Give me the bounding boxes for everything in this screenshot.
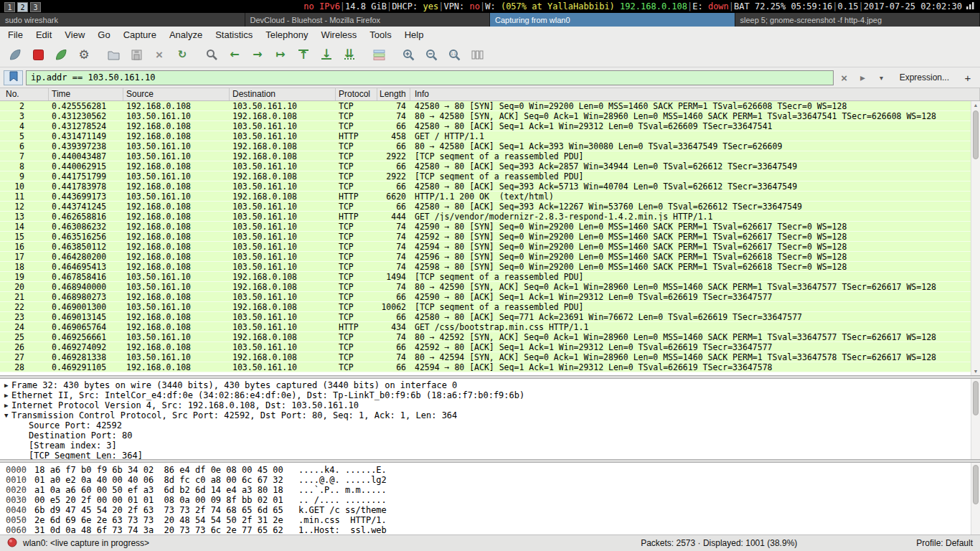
detail-line[interactable]: ▶Frame 32: 430 bytes on wire (3440 bits)…: [0, 380, 980, 390]
hex-row[interactable]: 00406b d9 47 45 54 20 2f 63 73 73 2f 74 …: [0, 505, 980, 515]
go-last-icon[interactable]: ↓: [315, 44, 338, 65]
column-header-info[interactable]: Info: [410, 88, 980, 100]
expert-info-icon[interactable]: [7, 537, 17, 550]
detail-line[interactable]: ▶Internet Protocol Version 4, Src: 192.1…: [0, 400, 980, 410]
menu-statistics[interactable]: Statistics: [209, 27, 259, 42]
hex-row[interactable]: 003000 e5 20 2f 00 00 01 01 08 0a 00 09 …: [0, 495, 980, 505]
column-header-destination[interactable]: Destination: [230, 88, 336, 100]
menu-go[interactable]: Go: [91, 27, 116, 42]
start-capture-icon[interactable]: [4, 44, 27, 65]
details-scrollbar[interactable]: [971, 379, 980, 459]
find-packet-icon[interactable]: [200, 44, 223, 65]
packet-row[interactable]: 80.440062915192.168.0.108103.50.161.10TC…: [0, 161, 980, 171]
taskbar-window-button[interactable]: Capturing from wlan0: [490, 13, 735, 27]
packet-row[interactable]: 30.431230562103.50.161.10192.168.0.108TC…: [0, 111, 980, 121]
packet-row[interactable]: 270.469281338103.50.161.10192.168.0.108T…: [0, 352, 980, 362]
scrollbar-thumb[interactable]: [973, 381, 979, 415]
column-header-protocol[interactable]: Protocol: [336, 88, 377, 100]
capture-options-icon[interactable]: ⚙: [72, 44, 95, 65]
apply-filter-button[interactable]: ▸: [855, 70, 871, 85]
expand-icon[interactable]: ▶: [0, 390, 11, 400]
workspace-button[interactable]: 1: [4, 2, 15, 12]
workspace-button[interactable]: 2: [17, 2, 28, 12]
workspace-button[interactable]: 3: [30, 2, 41, 12]
menu-wireless[interactable]: Wireless: [314, 27, 363, 42]
scroll-down-icon[interactable]: ▼: [971, 367, 980, 375]
auto-scroll-icon[interactable]: ⇊: [338, 44, 361, 65]
detail-line[interactable]: [Stream index: 3]: [0, 441, 980, 451]
zoom-100-icon[interactable]: 1:1: [443, 44, 466, 65]
stop-capture-icon[interactable]: [27, 44, 50, 65]
packet-row[interactable]: 40.431278524192.168.0.108103.50.161.10TC…: [0, 121, 980, 131]
packet-row[interactable]: 170.464280200192.168.0.108103.50.161.10T…: [0, 252, 980, 262]
expand-icon[interactable]: ▶: [0, 380, 11, 390]
resize-columns-icon[interactable]: [466, 44, 489, 65]
taskbar-window-button[interactable]: sudo wireshark: [0, 13, 245, 27]
save-file-icon[interactable]: [125, 44, 148, 65]
packet-row[interactable]: 200.468940000103.50.161.10192.168.0.108T…: [0, 282, 980, 292]
packet-row[interactable]: 260.469274092192.168.0.108103.50.161.10T…: [0, 342, 980, 352]
go-forward-icon[interactable]: →: [246, 44, 269, 65]
collapse-icon[interactable]: ▼: [0, 410, 11, 420]
detail-line[interactable]: Source Port: 42592: [0, 420, 980, 430]
menu-capture[interactable]: Capture: [117, 27, 163, 42]
expand-icon[interactable]: ▶: [0, 400, 11, 410]
column-header-time[interactable]: Time: [49, 88, 123, 100]
column-header-length[interactable]: Length: [377, 88, 410, 100]
go-to-packet-icon[interactable]: ↦: [269, 44, 292, 65]
packet-row[interactable]: 230.469013145192.168.0.108103.50.161.10T…: [0, 312, 980, 322]
restart-capture-icon[interactable]: [50, 44, 72, 65]
hex-row[interactable]: 000018 a6 f7 b0 f9 6b 34 02 86 e4 df 0e …: [0, 465, 980, 475]
packet-row[interactable]: 90.441751799103.50.161.10192.168.0.108TC…: [0, 171, 980, 182]
filter-history-dropdown-icon[interactable]: ▾: [874, 70, 890, 85]
hex-row[interactable]: 001001 a0 e2 0a 40 00 40 06 8d fc c0 a8 …: [0, 475, 980, 485]
hex-row[interactable]: 0020a1 0a a6 60 00 50 ef a3 6d b2 6d 14 …: [0, 485, 980, 495]
packet-row[interactable]: 100.441783978192.168.0.108103.50.161.10T…: [0, 182, 980, 192]
zoom-in-icon[interactable]: [397, 44, 420, 65]
close-file-icon[interactable]: ×: [148, 44, 171, 65]
packet-row[interactable]: 160.463850112192.168.0.108103.50.161.10T…: [0, 242, 980, 252]
menu-file[interactable]: File: [1, 27, 29, 42]
menu-help[interactable]: Help: [398, 27, 430, 42]
hex-row[interactable]: 006031 0d 0a 48 6f 73 74 3a 20 73 73 6c …: [0, 525, 980, 534]
packet-row[interactable]: 50.431471149192.168.0.108103.50.161.10HT…: [0, 131, 980, 141]
column-header-source[interactable]: Source: [123, 88, 230, 100]
column-header-no[interactable]: No.: [0, 88, 49, 100]
packet-row[interactable]: 180.464695413192.168.0.108103.50.161.10T…: [0, 262, 980, 272]
expression-button[interactable]: Expression...: [892, 70, 956, 85]
packet-row[interactable]: 120.443741245192.168.0.108103.50.161.10T…: [0, 202, 980, 212]
clear-filter-button[interactable]: ×: [837, 70, 852, 85]
hex-scrollbar[interactable]: [971, 463, 980, 534]
menu-tools[interactable]: Tools: [363, 27, 397, 42]
packet-row[interactable]: 60.439397238103.50.161.10192.168.0.108TC…: [0, 141, 980, 151]
packet-list-scrollbar[interactable]: ▲ ▼: [971, 101, 980, 375]
detail-line[interactable]: [TCP Segment Len: 364]: [0, 451, 980, 459]
add-filter-button[interactable]: +: [959, 70, 976, 85]
scrollbar-thumb[interactable]: [973, 110, 979, 159]
open-file-icon[interactable]: [102, 44, 125, 65]
go-first-icon[interactable]: ↑: [292, 44, 315, 65]
packet-row[interactable]: 140.463086232192.168.0.108103.50.161.10T…: [0, 222, 980, 232]
taskbar-window-button[interactable]: DevCloud - Bluehost - Mozilla Firefox: [245, 13, 491, 27]
scroll-up-icon[interactable]: ▲: [971, 101, 980, 109]
hex-row[interactable]: 00502e 6d 69 6e 2e 63 73 73 20 48 54 54 …: [0, 515, 980, 525]
packet-row[interactable]: 220.469001300103.50.161.10192.168.0.108T…: [0, 302, 980, 312]
display-filter-input[interactable]: ip.addr == 103.50.161.10: [26, 70, 834, 85]
taskbar-window-button[interactable]: sleep 5; gnome-screenshot -f http-4.jpeg: [735, 13, 980, 27]
filter-bookmark-button[interactable]: [4, 70, 23, 85]
packet-row[interactable]: 20.425556281192.168.0.108103.50.161.10TC…: [0, 101, 980, 111]
packet-row[interactable]: 210.468980273192.168.0.108103.50.161.10T…: [0, 292, 980, 302]
scrollbar-thumb[interactable]: [973, 465, 979, 504]
reload-icon[interactable]: ↻: [171, 44, 194, 65]
packet-row[interactable]: 240.469065764192.168.0.108103.50.161.10H…: [0, 322, 980, 332]
menu-analyze[interactable]: Analyze: [163, 27, 209, 42]
packet-row[interactable]: 280.469291105192.168.0.108103.50.161.10T…: [0, 362, 980, 372]
packet-row[interactable]: 150.463516256192.168.0.108103.50.161.10T…: [0, 232, 980, 242]
menu-view[interactable]: View: [58, 27, 91, 42]
detail-line[interactable]: ▼Transmission Control Protocol, Src Port…: [0, 410, 980, 420]
zoom-out-icon[interactable]: [420, 44, 443, 65]
profile-text[interactable]: Profile: Default: [916, 538, 973, 548]
menu-telephony[interactable]: Telephony: [259, 27, 314, 42]
packet-row[interactable]: 110.443699173103.50.161.10192.168.0.108H…: [0, 192, 980, 202]
packet-row[interactable]: 250.469256661103.50.161.10192.168.0.108T…: [0, 332, 980, 342]
